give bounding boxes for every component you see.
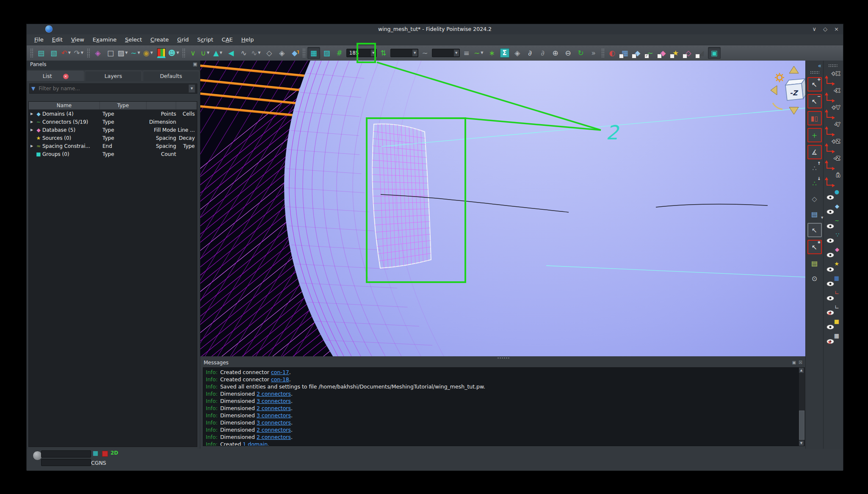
log-link[interactable]: 3 connectors <box>257 398 291 404</box>
show-points-toggle[interactable]: ∵ <box>826 232 840 244</box>
title-bar[interactable]: wing_mesh_tut* - Fidelity Pointwise 2024… <box>27 24 843 34</box>
collapse-panel-button[interactable]: « <box>818 62 821 69</box>
dropdown-arrow[interactable]: ▼ <box>177 47 180 58</box>
filter-checkbox[interactable] <box>670 54 674 58</box>
surface-filter-button[interactable]: ◆ <box>632 47 644 58</box>
expander-icon[interactable]: ▶ <box>29 144 35 148</box>
tree-col-header[interactable] <box>147 102 176 109</box>
two-point-line-button[interactable]: ∨ <box>187 47 199 58</box>
solve-wrench-button[interactable]: ◆ <box>289 47 301 58</box>
layer-stack-button[interactable]: ▤▼ <box>808 208 821 220</box>
combo-arrow[interactable]: ▼ <box>412 50 417 56</box>
tree-row[interactable]: ▶∼Connectors (5/19)TypeDimension <box>29 118 197 126</box>
tree-row[interactable]: ▶≈Spacing Constrai...EndSpacingType <box>29 142 197 150</box>
create-triangle-button[interactable]: ▲▼ <box>213 47 224 58</box>
tab-defaults[interactable]: Defaults <box>143 71 199 81</box>
log-link[interactable]: 2 connectors <box>257 434 291 440</box>
wireframe-button[interactable]: □ <box>105 47 116 58</box>
reset-rotation-button[interactable]: ↻ <box>575 47 587 58</box>
log-link[interactable]: 2 connectors <box>257 391 291 397</box>
viewport-messages-splitter[interactable] <box>200 356 807 360</box>
show-cube-toggle[interactable]: ■ <box>826 318 840 331</box>
menu-view[interactable]: View <box>67 35 88 44</box>
spacing-begin-combo[interactable]: ▼ <box>390 49 418 57</box>
toolbar-handle[interactable] <box>828 64 838 67</box>
toolbar-handle[interactable] <box>30 48 33 58</box>
tree-col-header[interactable] <box>176 102 196 109</box>
log-link[interactable]: 3 connectors <box>257 412 291 419</box>
tree-row[interactable]: ▶◆Database (5)TypeFill ModeLine ... <box>29 126 197 134</box>
domain-filter-button[interactable]: ◆ <box>657 47 669 58</box>
view-axis-nhat[interactable]: n̂ <box>826 172 840 186</box>
show-axes-toggle[interactable]: ∟ <box>826 289 840 302</box>
hidden-line-button[interactable]: ▨▼ <box>117 47 129 58</box>
spacing-filter-button[interactable]: ◢ <box>695 47 707 58</box>
tab-list[interactable]: List× <box>27 71 84 81</box>
tree-row[interactable]: ▶◆Domains (4)TypePointsCells <box>29 110 197 118</box>
pointer-mode-button[interactable]: ↖ <box>807 223 822 237</box>
toolbar-handle[interactable] <box>87 48 90 58</box>
pointer-settings-button[interactable]: ↖∗ <box>807 240 822 254</box>
filter-checkbox[interactable] <box>632 54 636 58</box>
maximize-button[interactable]: ◇ <box>823 25 827 33</box>
block-filter-button[interactable]: ▦ <box>619 47 631 58</box>
project-points-button[interactable]: ∗ <box>486 47 498 58</box>
hierarchy-down-button[interactable]: ∴↓ <box>808 177 821 190</box>
dropdown-arrow[interactable]: ▼ <box>481 47 484 58</box>
dropdown-arrow[interactable]: ▼ <box>207 47 210 58</box>
log-link[interactable]: 1 domain <box>243 441 268 446</box>
panels-toggle-button[interactable]: ▣ <box>708 47 721 59</box>
unstructured-solver-button[interactable]: ▨ <box>321 47 333 58</box>
source-filter-button[interactable]: ★ <box>670 47 682 58</box>
view-axis-minusY[interactable]: -Y <box>826 121 840 136</box>
tab-layers[interactable]: Layers <box>85 71 141 81</box>
viewport-canvas[interactable]: 2-Z <box>200 61 807 356</box>
hide-move-axes-toggle[interactable]: ∟ <box>826 304 840 316</box>
menu-create[interactable]: Create <box>146 35 173 44</box>
tree-col-header[interactable]: Name <box>29 102 100 109</box>
save-button[interactable]: ▤ <box>35 47 47 58</box>
scroll-up-arrow[interactable]: ▲ <box>799 368 804 373</box>
dropdown-arrow[interactable]: ▼ <box>220 47 224 58</box>
examine-mesh-button[interactable]: ◈ <box>511 47 523 58</box>
cell-count-button[interactable]: Σ <box>499 47 511 58</box>
scroll-down-arrow[interactable]: ▼ <box>799 441 804 446</box>
menu-select[interactable]: Select <box>121 35 146 44</box>
filter-checkbox[interactable] <box>683 54 687 58</box>
extrude-button[interactable]: ∿ <box>238 47 250 58</box>
view-axis-plusY[interactable]: +Y <box>826 104 840 119</box>
hide-grid-overlay-toggle[interactable]: ▦ <box>826 333 840 345</box>
menu-examine[interactable]: Examine <box>88 35 121 44</box>
view-axis-plusX[interactable]: +X <box>826 70 840 85</box>
filter-checkbox[interactable] <box>619 54 624 58</box>
menu-edit[interactable]: Edit <box>48 35 67 44</box>
panel-float-icon[interactable]: ▣ <box>193 61 197 67</box>
palette-button[interactable]: ◉▼ <box>143 47 155 58</box>
examine-partial-button[interactable]: ∂ <box>524 47 536 58</box>
zoom-in-button[interactable]: ⊕ <box>550 47 561 58</box>
menu-file[interactable]: File <box>30 35 48 44</box>
ghost-display-button[interactable]: ☻▼ <box>168 47 180 58</box>
view-axis-minusZ[interactable]: -Z <box>826 155 840 169</box>
probe-angle-button[interactable]: ∡ <box>807 145 822 159</box>
log-link[interactable]: 3 connectors <box>257 419 291 426</box>
database-filter-button[interactable]: ◇ <box>683 47 694 58</box>
filter-input[interactable] <box>38 85 188 92</box>
connector-filter-button[interactable]: ∼✓ <box>644 47 656 58</box>
combo-arrow[interactable]: ▼ <box>454 50 459 56</box>
messages-close-icon[interactable]: ☒ <box>799 360 802 365</box>
toolbar-handle[interactable] <box>810 71 819 74</box>
show-surfaces-toggle[interactable]: ◆ <box>826 203 840 216</box>
spacing-end-combo[interactable]: ▼ <box>432 49 460 57</box>
show-connectors-toggle[interactable]: ∼ <box>826 217 840 230</box>
filter-checkbox[interactable] <box>657 54 662 58</box>
dropdown-arrow[interactable]: ▼ <box>150 47 154 58</box>
log-link[interactable]: 2 connectors <box>257 405 291 411</box>
messages-scrollbar[interactable]: ▲ ▼ <box>799 367 805 446</box>
menu-cae[interactable]: CAE <box>218 35 237 44</box>
hierarchy-up-button[interactable]: ∴↑ <box>808 162 821 175</box>
orient-view-button[interactable]: ◇ <box>808 192 821 205</box>
revolve-button[interactable]: ◀ <box>225 47 237 58</box>
structured-solver-button[interactable]: ▦ <box>307 47 320 59</box>
extrude-grid-button[interactable]: ∿▼ <box>251 47 263 58</box>
